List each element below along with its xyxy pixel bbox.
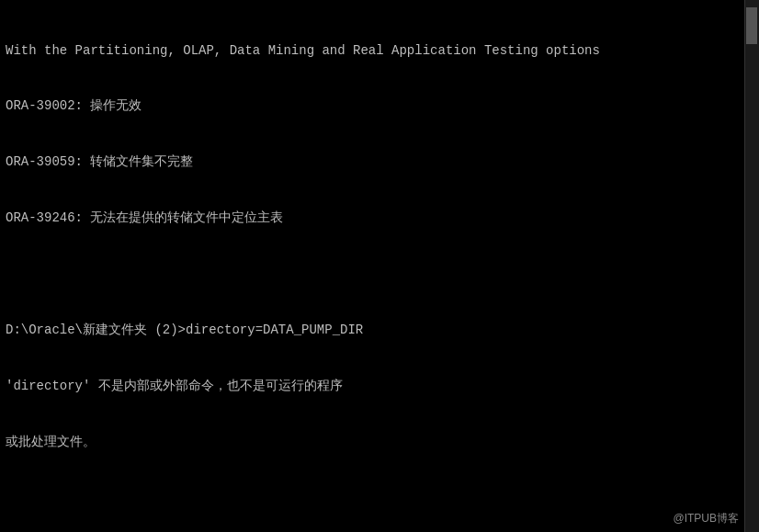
terminal-line-2: ORA-39002: 操作无效	[6, 96, 753, 115]
terminal-line-6: D:\Oracle\新建文件夹 (2)>directory=DATA_PUMP_…	[6, 321, 753, 339]
terminal-content: With the Partitioning, OLAP, Data Mining…	[6, 4, 753, 532]
terminal-line-7: 'directory' 不是内部或外部命令，也不是可运行的程序	[6, 377, 753, 395]
terminal-line-1: With the Partitioning, OLAP, Data Mining…	[6, 41, 753, 60]
terminal-line-9	[6, 489, 753, 507]
terminal-line-3: ORA-39059: 转储文件集不完整	[6, 153, 753, 171]
terminal-window: With the Partitioning, OLAP, Data Mining…	[0, 0, 759, 532]
terminal-line-4: ORA-39246: 无法在提供的转储文件中定位主表	[6, 209, 753, 227]
terminal-line-8: 或批处理文件。	[6, 433, 753, 451]
scrollbar[interactable]	[744, 0, 759, 532]
terminal-line-5	[6, 265, 753, 283]
watermark: @ITPUB博客	[673, 511, 739, 526]
scrollbar-thumb[interactable]	[746, 7, 757, 44]
